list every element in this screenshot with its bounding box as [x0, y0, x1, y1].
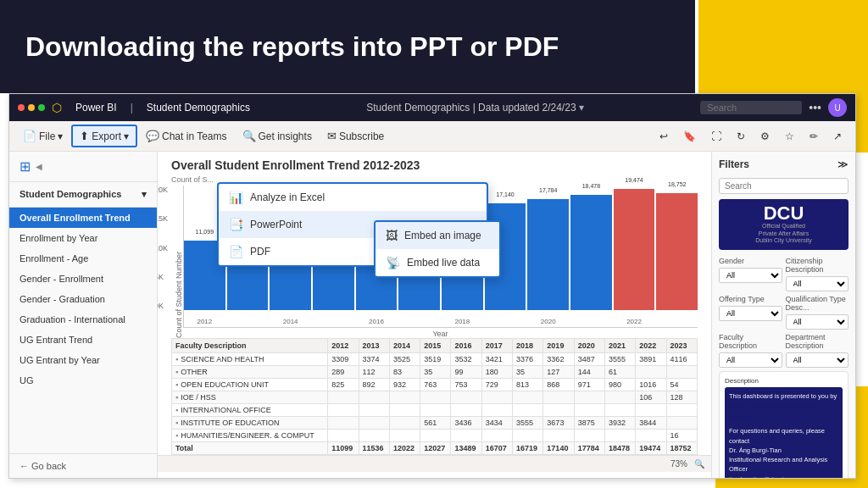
bar-2022[interactable]: 19,4742022 [614, 189, 655, 310]
share-button[interactable]: ↗ [826, 127, 849, 146]
maximize-dot [38, 104, 45, 111]
table-row: Total11099115361202212027134891670716719… [172, 442, 698, 455]
bar-2021[interactable]: 18,478 [570, 195, 612, 310]
filter-search-input[interactable] [719, 178, 849, 194]
page-title: Downloading the reports into PPT or PDF [25, 30, 559, 63]
offering-select[interactable]: All [719, 306, 782, 321]
report-title: Overall Student Enrollment Trend 2012-20… [171, 158, 698, 172]
filter-offering-row: Offering Type All Qualification Type Des… [719, 295, 849, 330]
table-header: 2014 [389, 339, 420, 353]
sidebar-item-gender-enrollment[interactable]: Gender - Enrollment [9, 269, 157, 289]
powerbi-window: ⬡ Power BI | Student Demographics Studen… [8, 93, 856, 479]
embed-live-item[interactable]: 📡 Embed live data [376, 249, 499, 276]
table-row: ▪INTERNATIONAL OFFICE [172, 404, 698, 417]
live-icon: 📡 [386, 256, 400, 269]
window-dots [18, 104, 45, 111]
go-back-button[interactable]: ← Go back [9, 453, 157, 478]
bookmark-button[interactable]: 🔖 [676, 127, 703, 146]
table-header: 2019 [543, 339, 574, 353]
table-row: ▪OTHER2891128335991803512714461 [172, 366, 698, 379]
fullscreen-button[interactable]: ⛶ [704, 127, 728, 146]
sidebar-item-overall-enrollment[interactable]: Overall Enrollment Trend [9, 208, 157, 228]
sidebar-item-gender-graduation[interactable]: Gender - Graduation [9, 289, 157, 309]
filters-header: Filters ≫ [719, 158, 849, 170]
statusbar: 73% 🔍 [158, 455, 711, 472]
image-icon: 🖼 [386, 229, 398, 242]
faculty-select[interactable]: All [719, 352, 782, 368]
export-icon: ⬆ [80, 130, 89, 142]
qualification-select[interactable]: All [786, 314, 849, 330]
gender-select[interactable]: All [719, 268, 782, 283]
main-content: ⊞ ◀ Student Demographics ▾ Overall Enrol… [9, 152, 855, 478]
teams-icon: 💬 [146, 130, 159, 142]
sidebar-item-enrollment-age[interactable]: Enrollment - Age [9, 248, 157, 269]
nav-icon: ⊞ [19, 158, 31, 175]
undo-button[interactable]: ↩ [653, 127, 675, 146]
pdf-icon: 📄 [229, 245, 243, 258]
zoom-controls[interactable]: 🔍 [694, 459, 704, 469]
bar-2020[interactable]: 17,7842020 [527, 199, 569, 310]
sidebar-item-enrollment-year[interactable]: Enrollment by Year [9, 228, 157, 248]
sidebar-item-ug-entrant-trend[interactable]: UG Entrant Trend [9, 330, 157, 350]
avatar: U [828, 98, 847, 117]
sidebar-report-section: Student Demographics ▾ [9, 182, 157, 208]
file-icon: 📄 [23, 130, 36, 142]
report-content: Overall Student Enrollment Trend 2012-20… [158, 152, 711, 478]
table-header: 2015 [420, 339, 451, 353]
table-header: 2016 [451, 339, 481, 353]
table-row: ▪OPEN EDUCATION UNIT82589293276375372981… [172, 379, 698, 391]
insights-icon: 🔍 [242, 130, 256, 142]
report-name-topbar: Student Demographics [147, 102, 250, 114]
description-content: This dashboard is presented to you by DC… [725, 387, 843, 478]
ribbon: 📄 File ▾ ⬆ Export ▾ 💬 Chat in Teams 🔍 Ge… [9, 121, 855, 152]
table-row: ▪INSTITUTE OF EDUCATION56134363434355536… [172, 417, 698, 430]
table-header: 2021 [604, 339, 635, 353]
filter-gender: Gender All [719, 257, 782, 291]
filter-offering: Offering Type All [719, 295, 782, 330]
export-dropdown: 📊 Analyze in Excel 📑 PowerPoint ▶ 📄 PDF [217, 182, 488, 267]
sidebar-item-graduation-international[interactable]: Graduation - International [9, 309, 157, 330]
sidebar-item-ug-entrant-year[interactable]: UG Entrant by Year [9, 350, 157, 370]
filter-faculty: Faculty Description All [719, 333, 782, 368]
table-header-row: Faculty Description201220132014201520162… [172, 339, 698, 353]
sidebar-item-ug[interactable]: UG [9, 370, 157, 391]
sub-dropdown: 🖼 Embed an image 📡 Embed live data [374, 220, 501, 278]
bar-2023[interactable]: 18,752 [656, 193, 698, 310]
zoom-level: 73% [670, 459, 687, 469]
subscribe-button[interactable]: ✉ Subscribe [320, 126, 391, 146]
refresh-button[interactable]: ↻ [730, 127, 752, 146]
export-button[interactable]: ⬆ Export ▾ [73, 126, 136, 146]
filters-title: Filters [719, 158, 749, 170]
chat-teams-button[interactable]: 💬 Chat in Teams [139, 126, 233, 146]
search-input[interactable] [700, 101, 802, 114]
settings-icon[interactable]: ⚙ [754, 127, 776, 146]
embed-image-item[interactable]: 🖼 Embed an image [376, 222, 499, 249]
y-axis-label: Count of Student Number [171, 186, 183, 338]
topbar-center: Student Demographics | Data updated 2/24… [257, 102, 693, 114]
sidebar: ⊞ ◀ Student Demographics ▾ Overall Enrol… [9, 152, 158, 478]
x-axis-label: Year [183, 330, 698, 338]
file-button[interactable]: 📄 File ▾ [16, 126, 70, 146]
export-highlight-box: ⬆ Export ▾ [71, 125, 137, 147]
dcu-subtitle: Official QualifiedPrivate After AffairsD… [755, 223, 812, 244]
filters-expand-icon[interactable]: ≫ [837, 158, 849, 170]
info-card: Description This dashboard is presented … [719, 371, 849, 478]
department-select[interactable]: All [786, 352, 849, 368]
edit-button[interactable]: ✏ [803, 127, 825, 146]
filters-panel: Filters ≫ DCU Official QualifiedPrivate … [711, 152, 855, 478]
collapse-icon[interactable]: ◀ [36, 162, 42, 171]
more-options-icon[interactable]: ••• [809, 101, 821, 114]
sidebar-section-title: Student Demographics ▾ [19, 189, 147, 200]
excel-icon: 📊 [229, 191, 243, 204]
analyze-excel-item[interactable]: 📊 Analyze in Excel [219, 184, 487, 211]
minimize-dot [28, 104, 35, 111]
star-button[interactable]: ☆ [778, 127, 801, 146]
filter-faculty-row: Faculty Description All Department Descr… [719, 333, 849, 368]
table-header: 2018 [513, 339, 543, 353]
citizenship-select[interactable]: All [786, 276, 849, 291]
insights-button[interactable]: 🔍 Get insights [236, 126, 319, 146]
app-name: Power BI [75, 102, 117, 114]
table-header: 2022 [636, 339, 666, 353]
dcu-logo-text: DCU [755, 204, 812, 223]
sidebar-header: ⊞ ◀ [9, 152, 157, 182]
